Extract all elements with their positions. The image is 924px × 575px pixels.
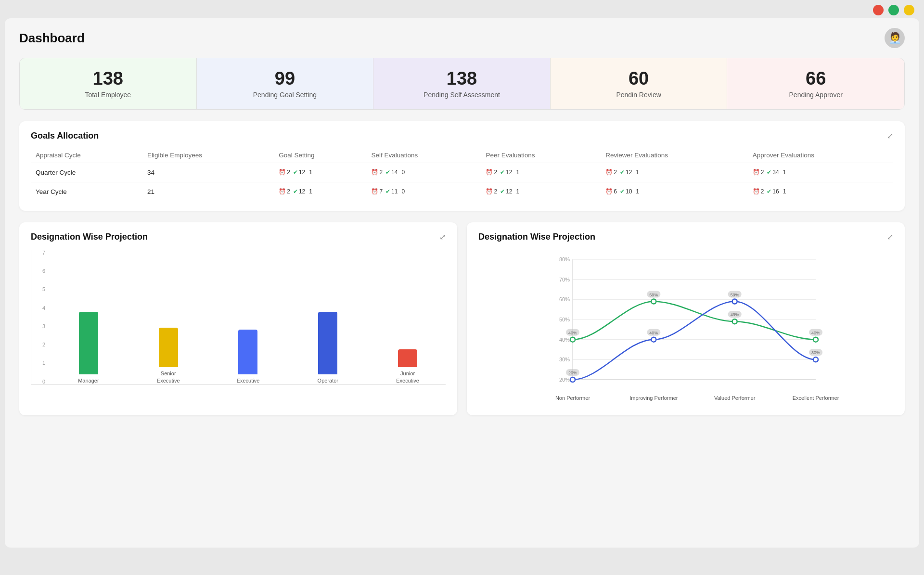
eval-cell: ⏰6✔10 1: [601, 182, 747, 201]
x-axis-label: Improving Performer: [629, 395, 678, 401]
stat-label: Pending Self Assessment: [383, 91, 540, 99]
x-axis-label: Non Performer: [555, 395, 590, 401]
eval-item: ✔10: [620, 188, 632, 195]
bar-label: Executive: [237, 377, 260, 384]
goals-allocation-title: Goals Allocation: [31, 131, 99, 141]
eval-item: ⏰2: [753, 169, 764, 176]
goals-table: Appraisal CycleEligible EmployeesGoal Se…: [31, 148, 893, 201]
main-content: Dashboard 🧑‍💼 138 Total Employee 99 Pend…: [5, 18, 919, 548]
bar-expand-icon[interactable]: ⤢: [439, 232, 446, 242]
charts-row: Designation Wise Projection ⤢ 76543210 M…: [19, 222, 905, 415]
y-label: 7: [42, 250, 45, 256]
title-bar: [0, 0, 924, 18]
bar-group: JuniorExecutive: [370, 250, 446, 384]
data-value-label: 59%: [731, 292, 739, 297]
stat-number: 99: [206, 69, 364, 89]
expand-icon[interactable]: ⤢: [887, 131, 893, 141]
eval-cell: ⏰2✔14 0: [366, 163, 481, 182]
stats-row: 138 Total Employee 99 Pending Goal Setti…: [19, 58, 905, 110]
eval-item: ✔11: [385, 188, 398, 195]
bar-group: SeniorExecutive: [130, 250, 206, 384]
eval-item: ✔12: [500, 169, 512, 176]
bar-chart-area: 76543210 Manager SeniorExecutive Executi…: [31, 250, 446, 404]
eval-item: ✔14: [385, 169, 398, 176]
table-row: Quarter Cycle34⏰2✔12 1⏰2✔14 0⏰2✔12 1⏰2✔1…: [31, 163, 893, 182]
bar: [398, 349, 417, 367]
stat-card: 138 Total Employee: [20, 58, 197, 109]
eval-item: ⏰6: [605, 188, 617, 195]
y-label: 3: [42, 323, 45, 329]
line-chart-title: Designation Wise Projection: [478, 232, 595, 242]
eval-cell: ⏰2✔12 1: [481, 163, 601, 182]
data-value-label: 40%: [811, 330, 820, 335]
eval-item: ✔34: [767, 169, 779, 176]
stat-card: 138 Pending Self Assessment: [373, 58, 551, 109]
eval-item: ✔12: [620, 169, 632, 176]
eval-item: 0: [400, 169, 405, 176]
line-chart-area: 80%70%60%50%40%30%20%Non PerformerImprov…: [478, 250, 893, 406]
line-series: [573, 301, 816, 380]
eval-item: ⏰2: [753, 188, 764, 195]
eval-cell: ⏰2✔12 1: [481, 182, 601, 201]
bar-group: Operator: [290, 250, 366, 384]
bar-chart-header: Designation Wise Projection ⤢: [31, 232, 446, 242]
avatar[interactable]: 🧑‍💼: [885, 28, 905, 48]
eval-cell: ⏰2✔16 1: [748, 182, 893, 201]
y-axis-label: 80%: [559, 256, 570, 262]
eval-item: ✔12: [293, 169, 305, 176]
eligible-cell: 21: [142, 182, 274, 201]
table-header: Approver Evaluations: [748, 148, 893, 163]
cycle-cell: Year Cycle: [31, 182, 142, 201]
stat-label: Pendin Review: [560, 91, 718, 99]
eligible-cell: 34: [142, 163, 274, 182]
data-point: [570, 377, 575, 382]
y-axis-label: 40%: [559, 336, 570, 342]
eval-item: ⏰2: [371, 169, 383, 176]
table-header: Appraisal Cycle: [31, 148, 142, 163]
eval-item: ⏰2: [486, 188, 497, 195]
stat-number: 138: [383, 69, 540, 89]
eval-item: 1: [308, 169, 312, 176]
stat-label: Pending Goal Setting: [206, 91, 364, 99]
y-axis-label: 70%: [559, 276, 570, 282]
eval-item: ✔12: [500, 188, 512, 195]
stat-label: Pending Approver: [737, 91, 895, 99]
bar-label: Manager: [78, 377, 99, 384]
eval-item: 0: [400, 188, 405, 195]
traffic-light-red[interactable]: [873, 5, 884, 15]
data-point: [732, 319, 737, 324]
stat-card: 99 Pending Goal Setting: [197, 58, 374, 109]
bar-label: Operator: [318, 377, 338, 384]
eval-item: ✔12: [293, 188, 305, 195]
y-label: 6: [42, 268, 45, 274]
y-axis-label: 30%: [559, 357, 570, 362]
stat-number: 66: [737, 69, 895, 89]
y-axis-label: 20%: [559, 377, 570, 383]
page-title: Dashboard: [19, 31, 85, 46]
y-axis-label: 60%: [559, 296, 570, 302]
table-header: Eligible Employees: [142, 148, 274, 163]
stat-label: Total Employee: [29, 91, 187, 99]
bar: [79, 312, 98, 374]
traffic-light-green[interactable]: [888, 5, 899, 15]
y-axis-label: 50%: [559, 317, 570, 322]
eval-item: 1: [782, 169, 786, 176]
eval-item: ⏰2: [486, 169, 497, 176]
data-point: [651, 337, 656, 342]
cycle-cell: Quarter Cycle: [31, 163, 142, 182]
data-value-label: 49%: [731, 312, 739, 317]
bar: [159, 328, 178, 367]
data-value-label: 30%: [811, 350, 820, 355]
traffic-light-yellow[interactable]: [904, 5, 914, 15]
x-axis-label: Excellent Performer: [793, 395, 839, 401]
table-header: Self Evaluations: [366, 148, 481, 163]
eval-item: ✔16: [767, 188, 779, 195]
eval-item: ⏰2: [279, 169, 290, 176]
eval-item: 1: [308, 188, 312, 195]
eval-item: 1: [635, 188, 639, 195]
y-label: 1: [42, 360, 45, 366]
y-label: 2: [42, 342, 45, 347]
line-chart-svg: 80%70%60%50%40%30%20%Non PerformerImprov…: [478, 250, 893, 404]
line-expand-icon[interactable]: ⤢: [887, 232, 893, 242]
table-header: Reviewer Evaluations: [601, 148, 747, 163]
